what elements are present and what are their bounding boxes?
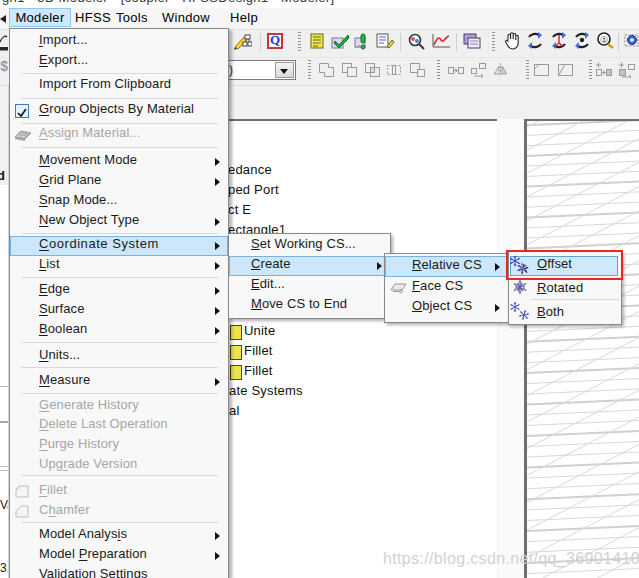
svg-text:①: ① <box>600 35 608 45</box>
